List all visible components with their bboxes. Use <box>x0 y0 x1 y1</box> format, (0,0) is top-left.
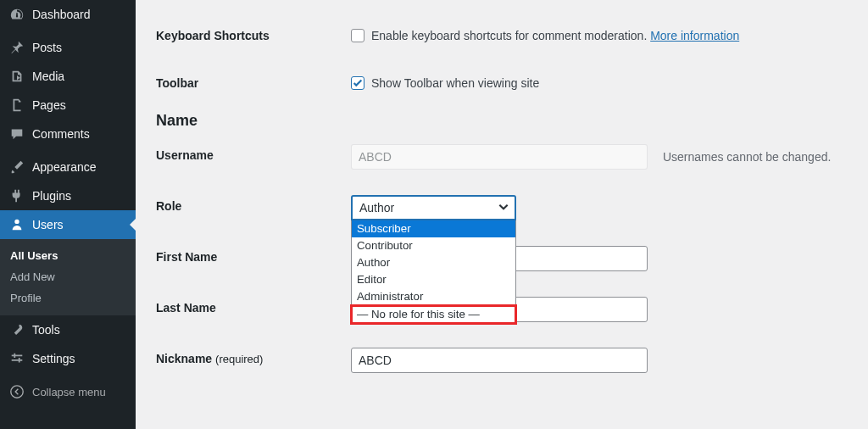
sidebar-item-users[interactable]: Users <box>0 210 136 239</box>
chevron-left-circle-icon <box>8 383 25 400</box>
chevron-down-icon <box>498 201 509 215</box>
pin-icon <box>8 39 25 56</box>
users-icon <box>8 216 25 233</box>
role-option-author[interactable]: Author <box>352 254 515 271</box>
last-name-label: Last Name <box>156 284 342 335</box>
collapse-label: Collapse menu <box>32 386 106 398</box>
comment-icon <box>8 125 25 142</box>
sidebar-item-plugins[interactable]: Plugins <box>0 181 136 210</box>
role-dropdown: Subscriber Contributor Author Editor Adm… <box>351 220 516 324</box>
submenu-all-users[interactable]: All Users <box>0 245 136 266</box>
admin-sidebar: Dashboard Posts Media Pages Comments App… <box>0 0 136 429</box>
sidebar-item-label: Tools <box>32 323 60 337</box>
sidebar-item-tools[interactable]: Tools <box>0 315 136 344</box>
users-submenu: All Users Add New Profile <box>0 239 136 315</box>
sidebar-item-label: Users <box>32 218 64 231</box>
role-option-no-role[interactable]: — No role for this site — <box>350 304 517 325</box>
name-section-heading: Name <box>156 112 851 130</box>
toolbar-text: Show Toolbar when viewing site <box>371 76 539 90</box>
submenu-add-new[interactable]: Add New <box>0 266 136 287</box>
role-option-contributor[interactable]: Contributor <box>352 237 515 254</box>
nickname-label: Nickname (required) <box>156 335 342 386</box>
sidebar-item-label: Appearance <box>32 160 97 174</box>
username-note: Usernames cannot be changed. <box>663 150 831 164</box>
role-option-editor[interactable]: Editor <box>352 271 515 288</box>
sidebar-item-label: Comments <box>32 127 90 141</box>
keyboard-shortcuts-label: Keyboard Shortcuts <box>156 12 342 59</box>
media-icon <box>8 68 25 85</box>
sidebar-item-media[interactable]: Media <box>0 62 136 91</box>
brush-icon <box>8 159 25 176</box>
sidebar-item-posts[interactable]: Posts <box>0 33 136 62</box>
username-input <box>351 144 648 170</box>
nickname-input[interactable] <box>351 348 648 373</box>
svg-point-0 <box>11 386 23 398</box>
sidebar-item-settings[interactable]: Settings <box>0 344 136 373</box>
sidebar-item-label: Plugins <box>32 189 71 203</box>
dashboard-icon <box>8 6 25 23</box>
sidebar-item-comments[interactable]: Comments <box>0 120 136 148</box>
sidebar-item-label: Dashboard <box>32 8 91 21</box>
first-name-label: First Name <box>156 233 342 284</box>
role-selected-value: Author <box>359 201 394 214</box>
submenu-profile[interactable]: Profile <box>0 287 136 309</box>
username-label: Username <box>156 131 342 182</box>
content-area: Keyboard Shortcuts Enable keyboard short… <box>136 0 868 429</box>
sidebar-item-label: Settings <box>32 352 75 365</box>
sidebar-item-pages[interactable]: Pages <box>0 91 136 120</box>
collapse-menu-button[interactable]: Collapse menu <box>0 377 136 406</box>
sliders-icon <box>8 350 25 367</box>
sidebar-item-appearance[interactable]: Appearance <box>0 153 136 181</box>
sidebar-item-dashboard[interactable]: Dashboard <box>0 0 136 29</box>
sidebar-item-label: Media <box>32 70 64 83</box>
sidebar-item-label: Posts <box>32 41 62 54</box>
keyboard-shortcuts-checkbox[interactable] <box>351 29 364 42</box>
role-select[interactable]: Author Subscriber Contributor Author Edi… <box>351 195 516 220</box>
role-option-administrator[interactable]: Administrator <box>352 288 515 305</box>
role-label: Role <box>156 182 342 233</box>
page-icon <box>8 97 25 114</box>
wrench-icon <box>8 321 25 338</box>
sidebar-item-label: Pages <box>32 98 66 112</box>
more-information-link[interactable]: More information <box>650 29 739 42</box>
toolbar-checkbox[interactable] <box>351 76 364 90</box>
plug-icon <box>8 187 25 204</box>
toolbar-label: Toolbar <box>156 59 342 107</box>
role-option-subscriber[interactable]: Subscriber <box>352 220 515 237</box>
keyboard-shortcuts-text: Enable keyboard shortcuts for comment mo… <box>371 29 739 42</box>
